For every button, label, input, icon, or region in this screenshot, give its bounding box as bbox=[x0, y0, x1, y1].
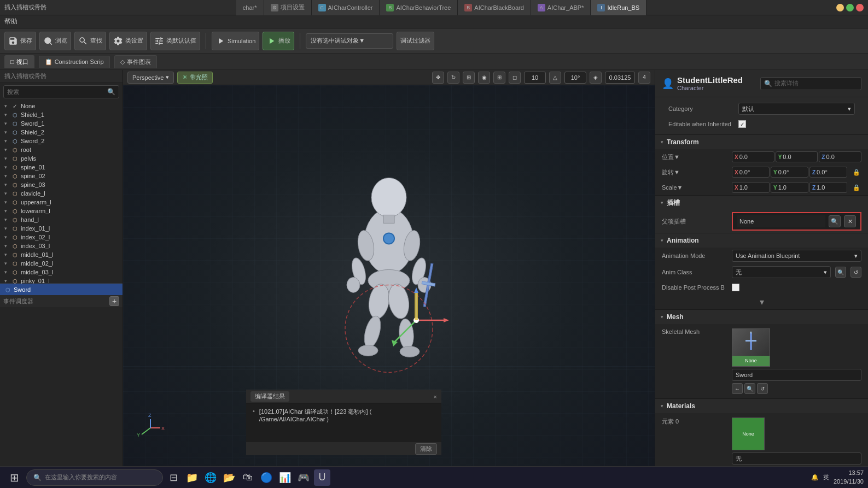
editable-checkbox[interactable] bbox=[738, 120, 746, 128]
view-mode-btn[interactable]: ◻ bbox=[509, 72, 521, 84]
tree-item-index02[interactable]: ▾ ⬡ index_02_l bbox=[0, 233, 123, 242]
tab-aichar-controller[interactable]: C AICharController bbox=[312, 0, 380, 15]
sub-tab-event[interactable]: ◇ 事件图表 bbox=[114, 55, 157, 68]
tree-item-sword1[interactable]: ▾ ⬡ Sword_1 bbox=[0, 119, 123, 128]
tree-item-shield1[interactable]: ▾ ⬡ Shield_1 bbox=[0, 110, 123, 119]
scale-y[interactable]: Y1.0 bbox=[771, 182, 808, 193]
clear-log-button[interactable]: 清除 bbox=[415, 443, 437, 455]
taskbar-task-view[interactable]: ⊟ bbox=[165, 469, 182, 486]
log-close-icon[interactable]: × bbox=[434, 393, 437, 400]
minimize-button[interactable] bbox=[836, 4, 844, 11]
tree-item-pelvis[interactable]: ▾ ⬡ pelvis bbox=[0, 154, 123, 163]
class-settings-button[interactable]: 类设置 bbox=[109, 32, 147, 50]
menu-help[interactable]: 帮助 bbox=[4, 17, 18, 26]
taskbar-app1[interactable]: 📊 bbox=[277, 469, 293, 486]
maximize-button[interactable] bbox=[846, 4, 854, 11]
tree-item-root[interactable]: ▾ ⬡ root bbox=[0, 145, 123, 154]
anim-class-reset-button[interactable]: ↺ bbox=[850, 267, 861, 278]
position-x[interactable]: X0.0 bbox=[732, 151, 774, 162]
taskbar-edge[interactable]: 🌐 bbox=[202, 469, 219, 486]
tree-item-clavicle[interactable]: ▾ ⬡ clavicle_l bbox=[0, 189, 123, 198]
rotation-y[interactable]: Y0.0° bbox=[771, 167, 808, 178]
tree-item-upperarm[interactable]: ▾ ⬡ upperarm_l bbox=[0, 198, 123, 207]
tree-item-index01[interactable]: ▾ ⬡ index_01_l bbox=[0, 224, 123, 233]
sub-tab-construction[interactable]: 📋 Construction Scrip bbox=[39, 56, 110, 68]
taskbar-folder2[interactable]: 📂 bbox=[221, 469, 237, 486]
taskbar-unreal[interactable]: U bbox=[314, 469, 330, 486]
play-button[interactable]: 播放 bbox=[263, 32, 294, 50]
animation-header[interactable]: ▾ Animation bbox=[655, 233, 868, 248]
class-defaults-button[interactable]: 类默认认值 bbox=[150, 32, 200, 50]
tree-item-shield2[interactable]: ▾ ⬡ Shield_2 bbox=[0, 128, 123, 137]
animation-expand-button[interactable]: ▾ bbox=[655, 295, 868, 309]
tree-item-middle01[interactable]: ▾ ⬡ middle_01_l bbox=[0, 250, 123, 259]
sub-tab-viewport[interactable]: □ 视口 bbox=[4, 55, 34, 68]
disable-post-checkbox[interactable] bbox=[732, 284, 739, 291]
tree-item-middle03[interactable]: ▾ ⬡ middle_03_l bbox=[0, 268, 123, 277]
add-event-button[interactable]: + bbox=[109, 296, 119, 306]
category-dropdown[interactable]: 默认 ▾ bbox=[738, 103, 855, 115]
mesh-reset-button[interactable]: ← bbox=[732, 383, 743, 394]
taskbar-search[interactable]: 🔍 在这里输入你要搜索的内容 bbox=[26, 469, 163, 486]
snap-tool[interactable]: ◈ bbox=[590, 72, 602, 84]
start-button[interactable]: ⊞ bbox=[4, 468, 24, 487]
position-y[interactable]: Y0.0 bbox=[776, 151, 818, 162]
mesh-header[interactable]: ▾ Mesh bbox=[655, 310, 868, 324]
grid-tool[interactable]: ⊞ bbox=[493, 72, 505, 84]
light-mode-button[interactable]: ☀ 带光照 bbox=[177, 72, 213, 84]
mesh-search-button[interactable]: 🔍 bbox=[744, 383, 755, 394]
parent-socket-input[interactable] bbox=[737, 215, 825, 227]
mesh-refresh-button[interactable]: ↺ bbox=[757, 383, 768, 394]
anim-class-search-button[interactable]: 🔍 bbox=[835, 267, 846, 278]
tab-project-settings[interactable]: ⚙ 项目设置 bbox=[264, 0, 312, 15]
anim-mode-dropdown[interactable]: Use Animation Blueprint ▾ bbox=[732, 250, 861, 262]
move-tool[interactable]: ✥ bbox=[432, 72, 444, 84]
socket-clear-button[interactable]: ✕ bbox=[844, 215, 856, 227]
tab-abp[interactable]: A AIChar_ABP* bbox=[531, 0, 591, 15]
scale-z[interactable]: Z1.0 bbox=[809, 182, 847, 193]
rotation-z[interactable]: Z0.0° bbox=[809, 167, 847, 178]
right-search-bar[interactable]: 🔍 搜索详情 bbox=[760, 77, 862, 90]
taskbar-app2[interactable]: 🎮 bbox=[295, 469, 312, 486]
taskbar-chrome[interactable]: 🔵 bbox=[258, 469, 275, 486]
position-z[interactable]: Z0.0 bbox=[819, 151, 861, 162]
tree-item-middle02[interactable]: ▾ ⬡ middle_02_l bbox=[0, 259, 123, 268]
search-box[interactable]: 🔍 bbox=[3, 85, 119, 98]
mesh-name-dropdown[interactable]: Sword bbox=[732, 369, 861, 381]
socket-header-bar[interactable]: ▾ 插槽 bbox=[655, 196, 868, 210]
browse-button[interactable]: 浏览 bbox=[39, 32, 71, 50]
tree-item-lowerarm[interactable]: ▾ ⬡ lowerarm_l bbox=[0, 207, 123, 215]
tab-idlerun[interactable]: I IdleRun_BS bbox=[591, 0, 646, 15]
scale-x[interactable]: X1.0 bbox=[732, 182, 770, 193]
tree-item-pinky01[interactable]: ▾ ⬡ pinky_01_l bbox=[0, 277, 123, 284]
tree-item-spine03[interactable]: ▾ ⬡ spine_03 bbox=[0, 180, 123, 189]
tree-item-spine01[interactable]: ▾ ⬡ spine_01 bbox=[0, 163, 123, 172]
tree-item-spine02[interactable]: ▾ ⬡ spine_02 bbox=[0, 172, 123, 180]
tree-item-none[interactable]: ▾ ✓ None bbox=[0, 102, 123, 110]
rotate-tool[interactable]: ↻ bbox=[447, 72, 459, 84]
rotation-x[interactable]: X0.0° bbox=[732, 167, 770, 178]
tree-item-sword2[interactable]: ▾ ⬡ Sword_2 bbox=[0, 137, 123, 145]
search-input[interactable] bbox=[7, 89, 107, 95]
simulation-button[interactable]: Simulation bbox=[212, 32, 259, 50]
tree-item-index03[interactable]: ▾ ⬡ index_03_l bbox=[0, 242, 123, 250]
transform-header[interactable]: ▾ Transform bbox=[655, 135, 868, 149]
debug-dropdown[interactable]: 没有选中调试对象▼ bbox=[306, 33, 393, 49]
log-tab-compiler[interactable]: 编译器结果 bbox=[251, 391, 289, 402]
save-button[interactable]: 保存 bbox=[4, 32, 36, 50]
angle-tool[interactable]: △ bbox=[549, 72, 561, 84]
close-button[interactable] bbox=[856, 4, 864, 11]
selected-item-bar[interactable]: ⬡ Sword bbox=[0, 284, 123, 295]
material-name-dropdown[interactable]: 无 bbox=[732, 452, 861, 465]
tree-item-hand[interactable]: ▾ ⬡ hand_l bbox=[0, 215, 123, 224]
anim-class-dropdown[interactable]: 无 ▾ bbox=[732, 266, 831, 278]
socket-search-button[interactable]: 🔍 bbox=[829, 215, 841, 227]
tab-behavior-tree[interactable]: B AICharBehaviorTree bbox=[380, 0, 458, 15]
tab-char[interactable]: char* bbox=[236, 0, 264, 15]
scale-tool[interactable]: ⊞ bbox=[463, 72, 475, 84]
camera-tool[interactable]: ◉ bbox=[478, 72, 490, 84]
find-button[interactable]: 查找 bbox=[74, 32, 106, 50]
camera-value[interactable]: 4 bbox=[638, 72, 650, 84]
taskbar-store[interactable]: 🛍 bbox=[240, 469, 256, 486]
perspective-button[interactable]: Perspective ▾ bbox=[127, 72, 174, 84]
